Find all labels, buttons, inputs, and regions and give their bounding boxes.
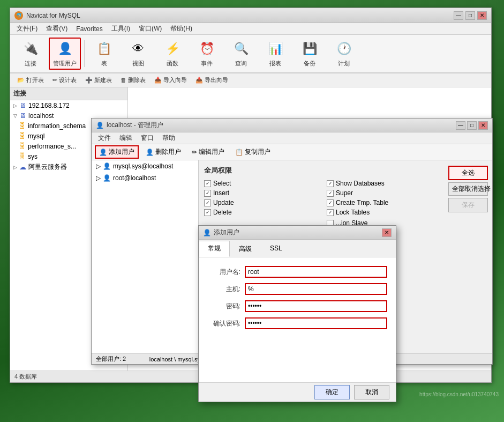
user-item-root[interactable]: ▷ 👤 root@localhost bbox=[92, 172, 198, 184]
manage-close-button[interactable]: ✕ bbox=[478, 121, 488, 130]
copy-user-button[interactable]: 📋 复制用户 bbox=[231, 146, 274, 158]
add-user-label: 添加用户 bbox=[109, 147, 134, 157]
perm-select-checkbox[interactable] bbox=[204, 180, 211, 187]
perm-select-label: Select bbox=[213, 180, 231, 187]
open-table-button[interactable]: 📂 打开表 bbox=[13, 75, 48, 86]
close-button[interactable]: ✕ bbox=[477, 11, 487, 20]
app-icon: 🐬 bbox=[14, 11, 23, 20]
add-user-dialog-title: 添加用户 bbox=[214, 228, 382, 237]
manage-maximize-button[interactable]: □ bbox=[467, 121, 477, 130]
toolbar-manage-users-button[interactable]: 👤 管理用户 bbox=[49, 38, 81, 70]
table-label: 表 bbox=[101, 60, 107, 68]
sidebar-item-192[interactable]: ▷ 🖥 192.168.8.172 bbox=[10, 100, 127, 110]
menu-window[interactable]: 窗口(W) bbox=[134, 23, 166, 34]
add-user-dialog-close-button[interactable]: ✕ bbox=[382, 228, 392, 237]
username-input[interactable] bbox=[245, 266, 387, 278]
perm-delete-checkbox[interactable] bbox=[204, 209, 211, 216]
view-icon: 👁 bbox=[130, 40, 147, 57]
menu-favorites[interactable]: Favorites bbox=[72, 24, 107, 34]
confirm-password-label: 确认密码: bbox=[207, 319, 245, 328]
server-192-label: 192.168.8.172 bbox=[28, 102, 70, 109]
export-wizard-button[interactable]: 📤 导出向导 bbox=[192, 75, 232, 86]
toolbar-query-button[interactable]: 🔍 查询 bbox=[225, 38, 257, 70]
connect-label: 连接 bbox=[25, 60, 36, 68]
copy-user-icon: 📋 bbox=[235, 149, 243, 156]
toolbar-backup-button[interactable]: 💾 备份 bbox=[294, 38, 326, 70]
toolbar-view-button[interactable]: 👁 视图 bbox=[122, 38, 154, 70]
perm-create-tmp-checkbox[interactable] bbox=[327, 199, 334, 206]
manage-status-total: 全部用户: 2 bbox=[96, 355, 126, 363]
minimize-button[interactable]: — bbox=[454, 11, 463, 20]
menu-view[interactable]: 查看(V) bbox=[42, 23, 72, 34]
toolbar-connect-button[interactable]: 🔌 连接 bbox=[14, 38, 47, 70]
perm-super-checkbox[interactable] bbox=[327, 190, 334, 197]
menu-tools[interactable]: 工具(I) bbox=[107, 23, 134, 34]
save-perms-button[interactable]: 保存 bbox=[448, 198, 488, 212]
edit-user-button[interactable]: ✏ 编辑用户 bbox=[188, 146, 228, 158]
import-wizard-label: 📥 导入向导 bbox=[154, 76, 187, 84]
server-localhost-label: localhost bbox=[28, 112, 54, 120]
password-input[interactable] bbox=[245, 300, 387, 312]
host-row: 主机: bbox=[207, 283, 387, 295]
connect-icon: 🔌 bbox=[22, 40, 39, 57]
import-wizard-button[interactable]: 📥 导入向导 bbox=[151, 75, 191, 86]
manage-user-icon: 👤 bbox=[96, 122, 104, 129]
select-all-perms-button[interactable]: 全选 bbox=[448, 166, 488, 180]
tab-ssl[interactable]: SSL bbox=[261, 241, 291, 257]
window-controls: — □ ✕ bbox=[454, 11, 487, 20]
confirm-password-input[interactable] bbox=[245, 317, 387, 329]
schedule-label: 计划 bbox=[338, 60, 350, 68]
users-list: ▷ 👤 mysql.sys@localhost ▷ 👤 root@localho… bbox=[92, 160, 199, 353]
manage-menu-file[interactable]: 文件 bbox=[94, 132, 115, 144]
backup-label: 备份 bbox=[304, 60, 315, 68]
perm-lock-checkbox[interactable] bbox=[327, 209, 334, 216]
deselect-all-perms-button[interactable]: 全部取消选择 bbox=[448, 182, 488, 196]
manage-menu-window[interactable]: 窗口 bbox=[137, 132, 158, 144]
expand-192-icon: ▷ bbox=[13, 103, 17, 108]
manage-minimize-button[interactable]: — bbox=[456, 121, 465, 130]
function-label: 函数 bbox=[167, 60, 178, 68]
query-icon: 🔍 bbox=[232, 40, 250, 57]
tab-advanced[interactable]: 高级 bbox=[230, 241, 261, 257]
toolbar-event-button[interactable]: ⏰ 事件 bbox=[191, 38, 223, 70]
toolbar-function-button[interactable]: ⚡ 函数 bbox=[156, 38, 189, 70]
manage-window-controls: — □ ✕ bbox=[456, 121, 488, 130]
add-user-dialog-title-bar: 👤 添加用户 ✕ bbox=[199, 226, 396, 240]
sub-toolbar: 📂 打开表 ✏ 设计表 ➕ 新建表 🗑 删除表 📥 导入向导 📤 导出向导 bbox=[10, 73, 491, 87]
event-icon: ⏰ bbox=[198, 40, 215, 57]
db-info-label: information_schema bbox=[28, 122, 86, 130]
perm-show-db-checkbox[interactable] bbox=[327, 180, 334, 187]
user-root-label: root@localhost bbox=[113, 174, 156, 182]
toolbar-table-button[interactable]: 📋 表 bbox=[88, 38, 120, 70]
manage-menu-help[interactable]: 帮助 bbox=[158, 132, 179, 144]
toolbar-separator-1 bbox=[84, 40, 85, 67]
dialog-cancel-button[interactable]: 取消 bbox=[354, 385, 389, 399]
tab-general[interactable]: 常规 bbox=[199, 241, 230, 257]
status-db-count: 4 数据库 bbox=[14, 373, 37, 381]
manage-menu-edit[interactable]: 编辑 bbox=[115, 132, 137, 144]
user-item-mysql-sys[interactable]: ▷ 👤 mysql.sys@localhost bbox=[92, 160, 198, 172]
delete-user-label: 删除用户 bbox=[155, 147, 181, 157]
menu-file[interactable]: 文件(F) bbox=[12, 23, 42, 34]
manage-toolbar: 👤 添加用户 👤 删除用户 ✏ 编辑用户 📋 复制用户 bbox=[92, 144, 492, 160]
design-table-button[interactable]: ✏ 设计表 bbox=[49, 75, 80, 86]
menu-help[interactable]: 帮助(H) bbox=[166, 23, 197, 34]
add-user-button[interactable]: 👤 添加用户 bbox=[95, 145, 139, 159]
manage-title-bar: 👤 localhost - 管理用户 — □ ✕ bbox=[92, 119, 492, 132]
delete-user-button[interactable]: 👤 删除用户 bbox=[142, 146, 185, 158]
toolbar-report-button[interactable]: 📊 报表 bbox=[259, 38, 291, 70]
maximize-button[interactable]: □ bbox=[465, 11, 475, 20]
perm-insert-checkbox[interactable] bbox=[204, 190, 211, 197]
delete-table-button[interactable]: 🗑 删除表 bbox=[117, 75, 149, 86]
view-label: 视图 bbox=[132, 60, 144, 68]
main-toolbar: 🔌 连接 👤 管理用户 📋 表 👁 视图 ⚡ 函数 ⏰ 事件 🔍 查询 bbox=[10, 35, 491, 73]
perm-update-checkbox[interactable] bbox=[204, 199, 211, 206]
main-window-title: Navicat for MySQL bbox=[26, 12, 454, 19]
host-input[interactable] bbox=[245, 283, 387, 295]
dialog-ok-button[interactable]: 确定 bbox=[314, 385, 350, 399]
delete-table-label: 🗑 删除表 bbox=[121, 76, 146, 84]
perm-lock-tables: Lock Tables bbox=[327, 209, 439, 216]
perm-show-databases: Show Databases bbox=[327, 180, 439, 187]
toolbar-schedule-button[interactable]: 🕐 计划 bbox=[328, 38, 360, 70]
new-table-button[interactable]: ➕ 新建表 bbox=[81, 75, 116, 86]
